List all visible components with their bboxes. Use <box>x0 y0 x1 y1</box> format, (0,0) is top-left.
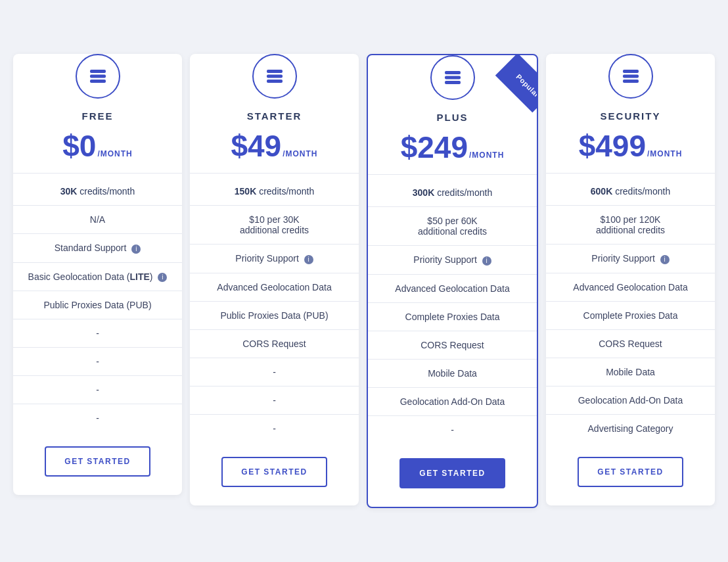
free-mobile: - <box>13 348 182 376</box>
security-icon-circle <box>608 54 653 99</box>
security-price: $499/MONTH <box>579 128 683 164</box>
starter-price-period: /MONTH <box>283 149 317 158</box>
plus-mobile: Mobile Data <box>368 360 537 388</box>
support-info-icon[interactable]: i <box>304 255 313 264</box>
plus-proxies: Complete Proxies Data <box>368 303 537 331</box>
starter-geolocation: Advanced Geolocation Data <box>190 273 359 302</box>
free-get-started-button[interactable]: GET STARTED <box>45 446 150 477</box>
support-info-icon[interactable]: i <box>482 256 491 266</box>
security-additional-credits: $100 per 120Kadditional credits <box>546 206 715 245</box>
plus-icon-circle <box>430 55 475 100</box>
security-credits: 600K credits/month <box>546 177 715 206</box>
plus-support: Priority Support i <box>368 246 537 274</box>
svg-rect-11 <box>623 80 639 83</box>
starter-additional-credits: $10 per 30Kadditional credits <box>190 206 359 245</box>
plus-geolocation: Advanced Geolocation Data <box>368 275 537 303</box>
svg-rect-7 <box>445 76 461 80</box>
starter-advertising: - <box>190 415 359 442</box>
starter-plan-name: STARTER <box>247 110 302 122</box>
starter-geoaddon: - <box>190 386 359 415</box>
plan-card-starter: STARTER$49/MONTH150K credits/month$10 pe… <box>190 54 359 505</box>
svg-rect-4 <box>267 75 283 78</box>
plus-price-amount: $249 <box>401 129 468 165</box>
plus-credits: 300K credits/month <box>368 179 537 207</box>
free-price-amount: $0 <box>62 128 96 164</box>
plus-price-period: /MONTH <box>469 151 504 160</box>
plus-plan-name: PLUS <box>436 112 468 123</box>
free-plan-name: FREE <box>81 110 113 122</box>
starter-cors: CORS Request <box>190 330 359 358</box>
free-geolocation: Basic Geolocation Data (LITE) i <box>13 263 182 291</box>
svg-rect-3 <box>267 70 283 73</box>
svg-rect-9 <box>623 70 639 73</box>
free-price-period: /MONTH <box>97 149 132 158</box>
security-advertising: Advertising Category <box>546 415 715 442</box>
svg-rect-1 <box>90 75 106 78</box>
free-support: Standard Support i <box>13 234 182 262</box>
plus-additional-credits: $50 per 60Kadditional credits <box>368 207 537 246</box>
plus-advertising: - <box>368 416 537 444</box>
svg-rect-2 <box>90 80 106 83</box>
plus-get-started-button[interactable]: GET STARTED <box>399 458 505 488</box>
security-mobile: Mobile Data <box>546 358 715 386</box>
pricing-container: FREE$0/MONTH30K credits/monthN/AStandard… <box>13 54 715 507</box>
plan-card-security: SECURITY$499/MONTH600K credits/month$100… <box>546 54 715 505</box>
svg-rect-5 <box>267 80 283 83</box>
plus-geoaddon: Geolocation Add-On Data <box>368 388 537 416</box>
svg-rect-0 <box>90 70 106 73</box>
starter-credits: 150K credits/month <box>190 177 359 206</box>
starter-proxies: Public Proxies Data (PUB) <box>190 302 359 330</box>
security-cors: CORS Request <box>546 330 715 358</box>
svg-rect-8 <box>445 81 461 84</box>
starter-get-started-button[interactable]: GET STARTED <box>221 457 327 487</box>
starter-support: Priority Support i <box>190 245 359 273</box>
support-info-icon[interactable]: i <box>660 255 670 264</box>
starter-price-amount: $49 <box>231 128 281 164</box>
free-geoaddon: - <box>13 376 182 404</box>
free-proxies: Public Proxies Data (PUB) <box>13 291 182 319</box>
svg-rect-6 <box>445 71 461 74</box>
security-price-period: /MONTH <box>647 149 682 158</box>
security-get-started-button[interactable]: GET STARTED <box>578 457 683 487</box>
geolocation-info-icon[interactable]: i <box>158 273 167 282</box>
starter-price: $49/MONTH <box>231 128 317 164</box>
plan-card-free: FREE$0/MONTH30K credits/monthN/AStandard… <box>13 54 182 495</box>
security-geoaddon: Geolocation Add-On Data <box>546 386 715 415</box>
security-proxies: Complete Proxies Data <box>546 302 715 330</box>
plus-price: $249/MONTH <box>401 129 505 165</box>
plus-cors: CORS Request <box>368 331 537 360</box>
security-plan-name: SECURITY <box>601 110 661 122</box>
security-price-amount: $499 <box>579 128 646 164</box>
security-support: Priority Support i <box>546 245 715 273</box>
free-cors: - <box>13 319 182 348</box>
svg-rect-10 <box>623 75 639 78</box>
security-geolocation: Advanced Geolocation Data <box>546 273 715 302</box>
plan-card-plus: Popular PLUS$249/MONTH300K credits/month… <box>367 54 538 507</box>
free-additional-credits: N/A <box>13 206 182 234</box>
free-advertising: - <box>13 404 182 432</box>
support-info-icon[interactable]: i <box>131 245 141 254</box>
free-price: $0/MONTH <box>62 128 133 164</box>
free-icon-circle <box>76 54 120 99</box>
free-credits: 30K credits/month <box>13 177 182 206</box>
starter-icon-circle <box>252 54 297 99</box>
starter-mobile: - <box>190 358 359 386</box>
